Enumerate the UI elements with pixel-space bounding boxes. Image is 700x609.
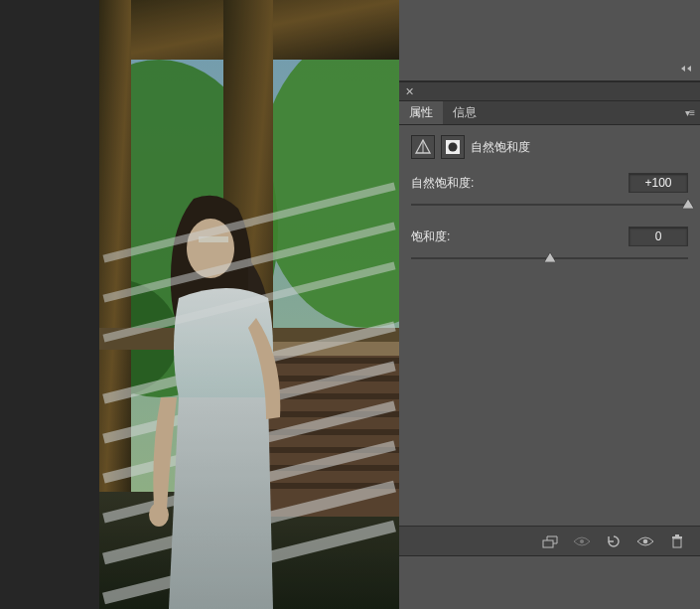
svg-rect-37 bbox=[673, 538, 681, 547]
panel-dock-header bbox=[399, 0, 700, 81]
saturation-control: 饱和度: 0 bbox=[411, 227, 688, 266]
saturation-slider-thumb[interactable] bbox=[544, 252, 556, 262]
properties-panel: ✕ 属性 信息 ▾≡ 自然饱和度 自然饱和度: +100 bbox=[399, 0, 700, 609]
panel-tab-bar: 属性 信息 ▾≡ bbox=[399, 101, 700, 125]
adjustment-title: 自然饱和度 bbox=[471, 139, 530, 156]
delete-adjustment-button[interactable] bbox=[662, 531, 692, 552]
clip-to-layer-button[interactable] bbox=[535, 531, 565, 552]
vibrance-value[interactable]: +100 bbox=[629, 173, 688, 193]
panel-footer bbox=[399, 526, 700, 555]
reset-button[interactable] bbox=[599, 531, 629, 552]
svg-point-35 bbox=[580, 539, 584, 543]
panel-bottom-spacer bbox=[399, 555, 700, 609]
saturation-label: 饱和度: bbox=[411, 228, 450, 245]
vibrance-slider-thumb[interactable] bbox=[682, 199, 694, 209]
vibrance-adjustment-icon[interactable] bbox=[411, 135, 435, 159]
view-previous-state-button bbox=[567, 531, 597, 552]
vibrance-label: 自然饱和度: bbox=[411, 175, 474, 192]
svg-rect-38 bbox=[672, 536, 682, 538]
photo-preview bbox=[99, 0, 399, 609]
canvas-area bbox=[0, 0, 399, 609]
collapse-panel-icon[interactable] bbox=[680, 64, 692, 75]
toggle-visibility-button[interactable] bbox=[630, 531, 660, 552]
close-panel-icon[interactable]: ✕ bbox=[405, 85, 414, 98]
svg-rect-39 bbox=[675, 534, 679, 536]
vibrance-slider[interactable] bbox=[411, 197, 688, 213]
vibrance-control: 自然饱和度: +100 bbox=[411, 173, 688, 213]
svg-rect-34 bbox=[543, 540, 553, 547]
layer-mask-icon[interactable] bbox=[441, 135, 465, 159]
panel-body: 自然饱和度 自然饱和度: +100 饱和度: 0 bbox=[399, 125, 700, 526]
svg-rect-31 bbox=[99, 0, 399, 609]
saturation-slider[interactable] bbox=[411, 250, 688, 266]
tab-properties[interactable]: 属性 bbox=[399, 101, 443, 124]
panel-close-bar: ✕ bbox=[399, 81, 700, 101]
svg-point-33 bbox=[449, 143, 458, 152]
svg-point-36 bbox=[643, 538, 648, 543]
saturation-value[interactable]: 0 bbox=[629, 227, 688, 246]
panel-menu-icon[interactable]: ▾≡ bbox=[685, 107, 694, 118]
tab-info[interactable]: 信息 bbox=[443, 101, 487, 124]
adjustment-header: 自然饱和度 bbox=[411, 135, 688, 159]
